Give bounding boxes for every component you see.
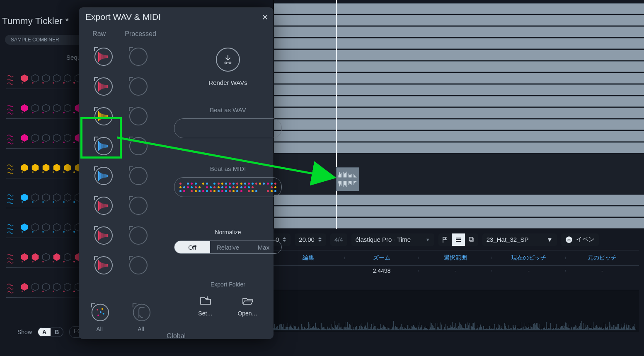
flag-icon[interactable] <box>438 233 452 246</box>
arrangement-track[interactable] <box>274 131 644 142</box>
export-slot-row <box>79 130 162 160</box>
svg-rect-2 <box>456 241 461 242</box>
svg-rect-3 <box>470 238 473 241</box>
source-clip-select[interactable]: 23_Hat_32_SP ▼ <box>482 233 557 246</box>
normalize-segmented[interactable]: OffRelativeMax <box>174 241 282 254</box>
arrangement-track[interactable] <box>274 108 644 118</box>
arrangement-track[interactable] <box>274 195 644 205</box>
copies-icon[interactable] <box>465 233 478 246</box>
open-folder-button[interactable]: Open… <box>237 295 257 317</box>
arrangement-track[interactable] <box>274 119 644 130</box>
timesig-value: 4/4 <box>334 236 343 243</box>
info-header-row: 編集ズーム選択範囲現在のピッチ元のピッチ <box>271 250 639 266</box>
normalize-option[interactable]: Max <box>246 241 281 253</box>
wave-icon <box>7 253 14 266</box>
event-label: イベン <box>576 236 595 243</box>
processed-slot-disc[interactable] <box>127 75 148 96</box>
step-hex[interactable] <box>41 74 51 83</box>
processed-all-disc[interactable] <box>131 302 151 322</box>
svg-point-99 <box>103 313 104 315</box>
processed-slot-disc[interactable] <box>127 195 148 215</box>
chevron-down-icon: ▼ <box>426 237 430 242</box>
stepper-icon[interactable] <box>282 237 286 242</box>
arrangement-track[interactable] <box>274 73 644 84</box>
beat-midi-capsule[interactable] <box>174 177 282 197</box>
svg-point-73 <box>130 197 147 214</box>
render-wavs[interactable]: Render WAVs <box>191 48 265 86</box>
chevron-down-icon: ▼ <box>547 236 553 243</box>
arrangement-track[interactable] <box>274 61 644 72</box>
waveform-editor[interactable] <box>271 290 639 332</box>
processed-slot-disc[interactable] <box>127 165 148 185</box>
processed-slot-disc[interactable] <box>127 254 148 275</box>
svg-point-104 <box>229 62 231 64</box>
tool-icons <box>438 233 478 246</box>
event-button[interactable]: イベン <box>561 233 599 246</box>
arrangement-track[interactable] <box>274 3 644 14</box>
arrangement-track[interactable] <box>274 50 644 60</box>
stretch-algorithm-select[interactable]: élastique Pro - Time ▼ <box>351 233 434 246</box>
arrangement-track[interactable] <box>274 38 644 49</box>
normalize-option[interactable]: Relative <box>210 241 246 253</box>
transport-bar: 0 20.00 4/4 élastique Pro - Time ▼ 23_Ha… <box>271 232 639 247</box>
audio-clip[interactable] <box>336 167 359 191</box>
arrangement-view[interactable] <box>274 0 644 229</box>
set-folder-button[interactable]: Set… <box>198 295 213 317</box>
beat-wav-capsule[interactable] <box>174 118 282 138</box>
normalize-control: Normalize OffRelativeMax <box>174 229 282 254</box>
raw-slot-disc[interactable] <box>92 75 113 96</box>
svg-point-95 <box>130 257 147 274</box>
svg-point-100 <box>97 315 99 316</box>
playhead[interactable] <box>336 0 337 229</box>
wave-icon <box>7 163 14 177</box>
info-header-cell: 現在のピッチ <box>492 254 565 262</box>
raw-slot-disc[interactable] <box>92 165 113 185</box>
processed-slot-disc[interactable] <box>127 224 148 245</box>
raw-slot-disc[interactable] <box>92 195 113 215</box>
raw-slot-disc[interactable] <box>92 224 113 245</box>
tempo-field[interactable]: 20.00 <box>295 233 326 246</box>
arrangement-track[interactable] <box>274 142 644 153</box>
processed-slot-disc[interactable] <box>127 135 148 156</box>
arrangement-track[interactable] <box>274 206 644 217</box>
normalize-option[interactable]: Off <box>174 241 210 253</box>
export-slot-row <box>79 190 162 220</box>
step-hex[interactable] <box>63 74 72 83</box>
info-value-cell: - <box>492 267 565 274</box>
beat-wav-label: Beat as WAV <box>210 106 246 113</box>
processed-slot-disc[interactable] <box>127 105 148 126</box>
sample-combiner-label: SAMPLE COMBINER <box>11 37 59 43</box>
step-hex[interactable] <box>52 74 61 83</box>
close-icon[interactable]: ✕ <box>260 13 269 22</box>
svg-point-97 <box>97 309 98 310</box>
global-label: Global <box>167 332 186 340</box>
raw-slot-disc[interactable] <box>92 46 113 66</box>
wave-icon <box>7 74 14 87</box>
raw-slot-disc[interactable] <box>92 254 113 275</box>
processed-column-label: Processed <box>125 30 156 38</box>
raw-column-label: Raw <box>92 30 106 38</box>
info-header-cell: 編集 <box>271 254 345 262</box>
timesig-field[interactable]: 4/4 <box>330 233 347 246</box>
wave-stack-icon[interactable] <box>452 233 465 246</box>
svg-rect-4 <box>469 237 472 241</box>
open-label: Open… <box>237 310 257 317</box>
raw-slot-disc[interactable] <box>92 105 113 126</box>
svg-point-62 <box>130 167 147 185</box>
raw-slot-disc[interactable] <box>92 135 113 156</box>
processed-slot-disc[interactable] <box>127 46 148 66</box>
raw-all-disc[interactable] <box>90 302 109 322</box>
beat-as-midi[interactable]: Beat as MIDI <box>174 165 282 197</box>
step-hex[interactable] <box>20 74 29 83</box>
arrangement-track[interactable] <box>274 84 644 95</box>
arrangement-track[interactable] <box>274 218 644 229</box>
export-slot-row <box>79 41 162 71</box>
sample-combiner-button[interactable]: SAMPLE COMBINER ▶ <box>5 35 86 45</box>
stepper-icon[interactable] <box>318 237 322 242</box>
arrangement-track[interactable] <box>274 15 644 26</box>
arrangement-track[interactable] <box>274 96 644 107</box>
beat-midi-label: Beat as MIDI <box>210 165 246 172</box>
beat-as-wav[interactable]: Beat as WAV <box>174 106 282 138</box>
step-hex[interactable] <box>31 74 40 83</box>
arrangement-track[interactable] <box>274 26 644 37</box>
